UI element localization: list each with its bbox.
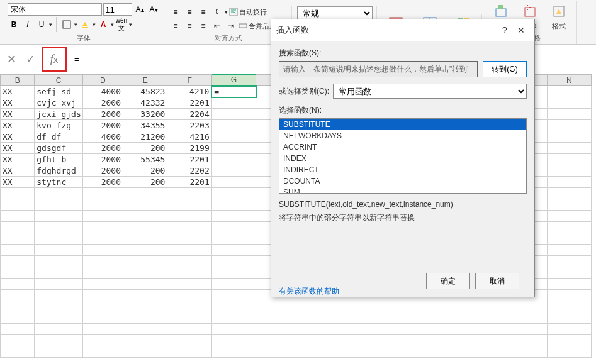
italic-button[interactable]: I — [21, 18, 34, 31]
function-item[interactable]: SUM — [279, 187, 526, 194]
close-icon[interactable]: ✕ — [513, 23, 529, 37]
increase-font-icon[interactable]: A▴ — [133, 3, 146, 16]
col-B[interactable]: B — [1, 75, 35, 86]
ribbon-group-font: A▴ A▾ B I U ▾ ▾ ▾ A▾ wén文▾ — [4, 3, 164, 44]
wrap-text-button[interactable]: 自动换行 — [229, 8, 267, 17]
search-function-input[interactable] — [279, 61, 478, 77]
function-item[interactable]: NETWORKDAYS — [279, 130, 526, 141]
dialog-title: 插入函数 — [276, 25, 497, 36]
ok-button[interactable]: 确定 — [426, 273, 470, 289]
align-left-icon[interactable]: ≡ — [169, 19, 182, 32]
function-description: 将字符串中的部分字符串以新字符串替换 — [279, 212, 527, 223]
col-C[interactable]: C — [35, 75, 82, 86]
function-item[interactable]: SUBSTITUTE — [279, 119, 526, 130]
table-row[interactable] — [1, 301, 592, 312]
function-item[interactable]: INDEX — [279, 153, 526, 164]
group-font-label: 字体 — [77, 32, 91, 44]
help-link[interactable]: 有关该函数的帮助 — [279, 286, 339, 297]
category-label: 或选择类别(C): — [279, 86, 329, 97]
svg-rect-1 — [82, 27, 88, 28]
function-item[interactable]: ACCRINT — [279, 141, 526, 153]
svg-rect-0 — [63, 21, 70, 28]
svg-rect-3 — [239, 24, 247, 28]
group-align-label: 对齐方式 — [215, 32, 242, 44]
align-middle-icon[interactable]: ≡ — [183, 6, 196, 18]
col-N[interactable]: N — [547, 75, 591, 86]
go-button[interactable]: 转到(G) — [483, 61, 527, 77]
decrease-font-icon[interactable]: A▾ — [147, 3, 160, 16]
insert-function-button[interactable]: fx — [42, 47, 67, 72]
svg-rect-12 — [496, 9, 506, 16]
table-row[interactable] — [1, 312, 592, 324]
orientation-button[interactable]: ⤹ — [211, 6, 223, 18]
align-center-icon[interactable]: ≡ — [183, 19, 196, 32]
align-right-icon[interactable]: ≡ — [197, 19, 210, 32]
font-color-button[interactable]: A — [97, 18, 110, 31]
function-signature: SUBSTITUTE(text,old_text,new_text,instan… — [279, 200, 527, 209]
col-G[interactable]: G — [211, 75, 256, 86]
cancel-button[interactable]: 取消 — [475, 273, 519, 289]
function-list[interactable]: SUBSTITUTENETWORKDAYSACCRINTINDEXINDIREC… — [279, 118, 527, 194]
align-bottom-icon[interactable]: ≡ — [197, 6, 210, 18]
indent-decrease-icon[interactable]: ⇤ — [211, 19, 223, 32]
function-item[interactable]: DCOUNTA — [279, 175, 526, 187]
bold-button[interactable]: B — [8, 18, 20, 31]
svg-rect-13 — [498, 5, 503, 9]
phonetic-button[interactable]: wén文 — [115, 18, 128, 31]
select-function-label: 选择函数(N): — [279, 105, 527, 116]
table-row[interactable] — [1, 346, 592, 358]
enter-formula-icon[interactable]: ✓ — [23, 52, 38, 67]
help-icon[interactable]: ? — [497, 23, 513, 37]
function-item[interactable]: INDIRECT — [279, 164, 526, 175]
search-label: 搜索函数(S): — [279, 48, 527, 58]
col-E[interactable]: E — [123, 75, 167, 86]
number-format-select[interactable]: 常规 — [297, 6, 373, 20]
indent-increase-icon[interactable]: ⇥ — [225, 19, 237, 32]
insert-function-dialog: 插入函数 ? ✕ 搜索函数(S): 转到(G) 或选择类别(C): 常用函数 选… — [271, 19, 535, 297]
category-select[interactable]: 常用函数 — [333, 84, 527, 99]
underline-button[interactable]: U — [35, 18, 48, 31]
table-row[interactable] — [1, 335, 592, 346]
col-D[interactable]: D — [82, 75, 123, 86]
font-size-select[interactable] — [103, 3, 132, 16]
format-button[interactable]: 格式 — [545, 1, 573, 32]
svg-rect-14 — [525, 8, 535, 16]
font-name-select[interactable] — [8, 3, 102, 16]
cancel-formula-icon[interactable]: ✕ — [4, 52, 19, 67]
col-F[interactable]: F — [167, 75, 211, 86]
border-button[interactable] — [60, 18, 73, 31]
fill-color-button[interactable] — [79, 18, 91, 31]
table-row[interactable] — [1, 324, 592, 335]
align-top-icon[interactable]: ≡ — [169, 6, 182, 18]
